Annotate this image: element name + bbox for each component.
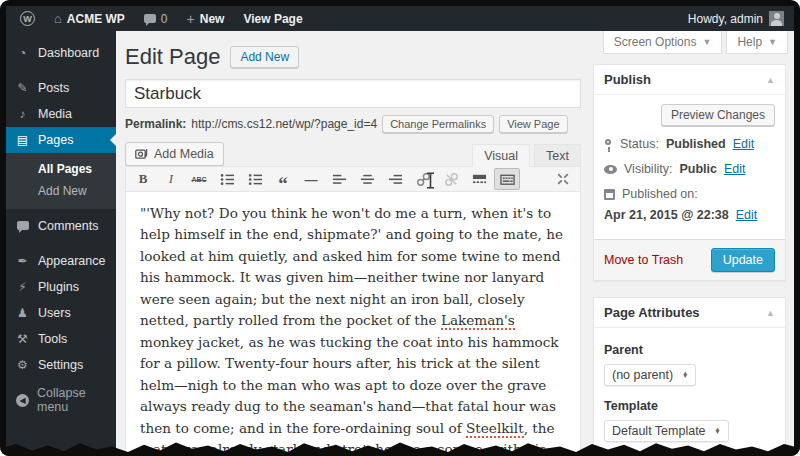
chevron-down-icon: ▼	[768, 37, 777, 47]
sidebar-item-media[interactable]: ♪ Media	[6, 101, 116, 127]
post-title-input[interactable]	[125, 79, 581, 108]
submenu-item-add-new[interactable]: Add New	[6, 180, 116, 202]
publish-box-footer: Move to Trash Update	[594, 239, 785, 280]
view-page-menu[interactable]: View Page	[237, 6, 308, 31]
edit-page-workspace: Screen Options ▼ Help ▼ Edit Page Add Ne…	[116, 31, 794, 452]
posts-pin-icon: ✎	[15, 82, 30, 94]
add-new-button[interactable]: Add New	[230, 46, 299, 68]
paragraph-text: "'Why not? Do you think he won't do me a…	[140, 205, 563, 328]
bulleted-list-button[interactable]	[214, 168, 240, 190]
help-label: Help	[737, 35, 762, 49]
sidebar-item-users[interactable]: ♟ Users	[6, 300, 116, 326]
page-title: Edit Page	[125, 44, 220, 70]
sidebar-item-tools[interactable]: ⚒ Tools	[6, 326, 116, 352]
sidebar-item-settings[interactable]: ⚙ Settings	[6, 352, 116, 378]
tab-visual[interactable]: Visual	[472, 144, 530, 167]
insert-more-tag-button[interactable]	[466, 168, 492, 190]
visibility-row: Visibility: Public Edit	[604, 162, 775, 176]
user-avatar[interactable]	[769, 11, 784, 26]
tools-wrench-icon: ⚒	[15, 333, 30, 345]
pages-submenu: All Pages Add New	[6, 153, 116, 209]
tab-text[interactable]: Text	[534, 144, 581, 167]
status-row: Status: Published Edit	[604, 137, 775, 151]
admin-bar: W ⌂ ACME WP 0 + New View Page	[6, 6, 794, 31]
publish-box: Publish ▲ Preview Changes Status: Publis…	[593, 64, 786, 281]
change-permalinks-button[interactable]: Change Permalinks	[382, 115, 494, 133]
collapse-menu-button[interactable]: ◀ Collapse menu	[6, 387, 116, 413]
distraction-free-button[interactable]	[550, 168, 576, 190]
strikethrough-button[interactable]: ABC	[186, 168, 212, 190]
browser-screenshot-frame: W ⌂ ACME WP 0 + New View Page	[0, 0, 800, 456]
sidebar-item-dashboard[interactable]: ◔ Dashboard	[6, 40, 116, 66]
update-button[interactable]: Update	[711, 248, 775, 272]
edit-visibility-link[interactable]: Edit	[724, 162, 746, 176]
admin-bar-right: Howdy, admin	[688, 11, 794, 26]
template-label: Template	[604, 399, 775, 413]
move-to-trash-link[interactable]: Move to Trash	[604, 253, 683, 267]
view-page-button[interactable]: View Page	[499, 115, 567, 133]
site-name-label: ACME WP	[67, 12, 125, 26]
page-attributes-header[interactable]: Page Attributes ▲	[594, 298, 785, 328]
edit-status-link[interactable]: Edit	[733, 137, 755, 151]
submenu-item-all-pages[interactable]: All Pages	[6, 158, 116, 180]
align-right-button[interactable]	[382, 168, 408, 190]
admin-bar-left: W ⌂ ACME WP 0 + New View Page	[6, 6, 688, 31]
editor-paragraph: "'Why not? Do you think he won't do me a…	[140, 203, 566, 452]
page-attributes-body: Parent (no parent) ▲▼ Template Default T…	[594, 328, 785, 452]
screen-options-tab[interactable]: Screen Options ▼	[603, 31, 723, 54]
comments-shortcut[interactable]: 0	[138, 6, 174, 31]
bold-button[interactable]: B	[130, 168, 156, 190]
sidebar-label-comments: Comments	[38, 219, 98, 233]
editor-toolbar: B I ABC “ —	[125, 166, 581, 192]
visibility-eye-icon	[604, 165, 617, 174]
page-attributes-title: Page Attributes	[604, 305, 700, 320]
dashboard-icon: ◔	[15, 47, 30, 59]
template-select[interactable]: Default Template ▲▼	[604, 420, 729, 442]
help-tab[interactable]: Help ▼	[726, 31, 788, 54]
blockquote-button[interactable]: “	[270, 168, 296, 190]
collapse-toggle-icon[interactable]: ▲	[766, 308, 775, 318]
visibility-value: Public	[679, 162, 717, 176]
pages-icon: ▤	[15, 134, 30, 146]
align-left-button[interactable]	[326, 168, 352, 190]
sidebar-item-pages[interactable]: ▤ Pages	[6, 127, 116, 153]
horizontal-rule-button[interactable]: —	[298, 168, 324, 190]
toolbar-toggle-button[interactable]	[494, 168, 520, 190]
users-person-icon: ♟	[15, 307, 30, 319]
sidebar-item-plugins[interactable]: ⚡ Plugins	[6, 274, 116, 300]
wordpress-logo-menu[interactable]: W	[14, 6, 41, 31]
sidebar-item-posts[interactable]: ✎ Posts	[6, 75, 116, 101]
comment-count: 0	[161, 12, 168, 26]
parent-select[interactable]: (no parent) ▲▼	[604, 364, 696, 386]
add-media-button[interactable]: Add Media	[125, 142, 224, 166]
page-attributes-box: Page Attributes ▲ Parent (no parent) ▲▼ …	[593, 297, 786, 452]
align-center-button[interactable]	[354, 168, 380, 190]
permalink-url: http://cms.cs12.net/wp/?page_id=4	[191, 117, 377, 131]
published-on-row: Published on: Apr 21, 2015 @ 22:38 Edit	[604, 187, 775, 222]
numbered-list-button[interactable]	[242, 168, 268, 190]
sidebar-item-comments[interactable]: Comments	[6, 213, 116, 239]
view-page-label: View Page	[243, 12, 302, 26]
remove-link-button[interactable]	[438, 168, 464, 190]
editor-content-area[interactable]: "'Why not? Do you think he won't do me a…	[125, 192, 581, 452]
sidebar-label-settings: Settings	[38, 358, 83, 372]
screen-meta-tabs: Screen Options ▼ Help ▼	[603, 31, 788, 54]
editor-media-row: Add Media Visual Text	[125, 142, 581, 166]
insert-link-button[interactable]	[410, 168, 436, 190]
new-content-menu[interactable]: + New	[181, 6, 231, 31]
preview-changes-button[interactable]: Preview Changes	[661, 104, 775, 126]
appearance-brush-icon: ✒	[15, 255, 30, 267]
permalink-label: Permalink:	[125, 117, 186, 131]
italic-button[interactable]: I	[158, 168, 184, 190]
publish-box-header[interactable]: Publish ▲	[594, 65, 785, 95]
wordpress-logo-icon: W	[20, 11, 35, 26]
select-stepper-icon: ▲▼	[682, 372, 688, 379]
settings-icon: ⚙	[15, 359, 30, 371]
collapse-toggle-icon[interactable]: ▲	[766, 75, 775, 85]
sidebar-item-appearance[interactable]: ✒ Appearance	[6, 248, 116, 274]
edit-published-link[interactable]: Edit	[736, 208, 758, 222]
sidebar-label-users: Users	[38, 306, 71, 320]
add-media-label: Add Media	[154, 147, 214, 161]
site-name-menu[interactable]: ⌂ ACME WP	[48, 6, 131, 31]
howdy-admin-menu[interactable]: Howdy, admin	[688, 12, 763, 26]
